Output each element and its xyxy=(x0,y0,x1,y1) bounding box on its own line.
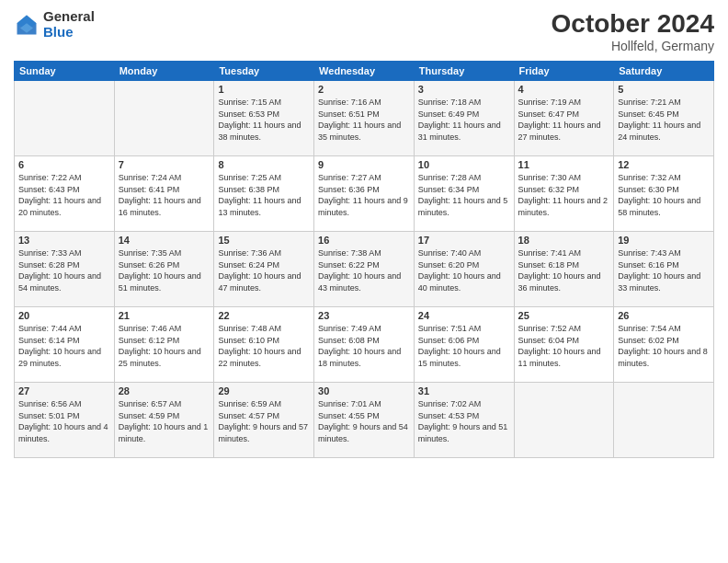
calendar-table: Sunday Monday Tuesday Wednesday Thursday… xyxy=(14,61,714,458)
day-detail: Sunrise: 7:19 AMSunset: 6:47 PMDaylight:… xyxy=(518,97,610,143)
calendar-cell xyxy=(614,383,714,458)
day-detail: Sunrise: 7:02 AMSunset: 4:53 PMDaylight:… xyxy=(418,398,510,444)
day-number: 2 xyxy=(318,84,410,95)
day-number: 6 xyxy=(18,159,110,170)
day-detail: Sunrise: 7:25 AMSunset: 6:38 PMDaylight:… xyxy=(218,172,310,218)
day-number: 27 xyxy=(18,385,110,396)
calendar-cell: 8 Sunrise: 7:25 AMSunset: 6:38 PMDayligh… xyxy=(214,156,314,232)
day-detail: Sunrise: 7:28 AMSunset: 6:34 PMDaylight:… xyxy=(418,172,510,218)
calendar-cell: 6 Sunrise: 7:22 AMSunset: 6:43 PMDayligh… xyxy=(15,156,115,232)
calendar-cell: 25 Sunrise: 7:52 AMSunset: 6:04 PMDaylig… xyxy=(514,307,614,383)
calendar-week-row: 6 Sunrise: 7:22 AMSunset: 6:43 PMDayligh… xyxy=(15,156,714,232)
day-number: 10 xyxy=(418,159,510,170)
day-number: 17 xyxy=(418,235,510,246)
calendar-cell: 31 Sunrise: 7:02 AMSunset: 4:53 PMDaylig… xyxy=(414,383,514,458)
calendar-week-row: 1 Sunrise: 7:15 AMSunset: 6:53 PMDayligh… xyxy=(15,81,714,156)
day-number: 12 xyxy=(618,159,710,170)
day-number: 1 xyxy=(218,84,310,95)
col-wednesday: Wednesday xyxy=(314,62,415,81)
day-number: 4 xyxy=(518,84,610,95)
day-detail: Sunrise: 7:52 AMSunset: 6:04 PMDaylight:… xyxy=(518,323,610,369)
day-number: 5 xyxy=(618,84,710,95)
day-number: 21 xyxy=(119,310,210,321)
calendar-cell: 17 Sunrise: 7:40 AMSunset: 6:20 PMDaylig… xyxy=(414,232,514,307)
day-number: 3 xyxy=(418,84,510,95)
day-number: 19 xyxy=(618,235,710,246)
calendar-week-row: 20 Sunrise: 7:44 AMSunset: 6:14 PMDaylig… xyxy=(15,307,714,383)
day-number: 15 xyxy=(218,235,310,246)
calendar-cell: 12 Sunrise: 7:32 AMSunset: 6:30 PMDaylig… xyxy=(614,156,714,232)
calendar-cell: 18 Sunrise: 7:41 AMSunset: 6:18 PMDaylig… xyxy=(514,232,614,307)
logo-text: General Blue xyxy=(43,9,95,40)
day-number: 25 xyxy=(518,310,610,321)
day-number: 8 xyxy=(218,159,310,170)
day-detail: Sunrise: 7:49 AMSunset: 6:08 PMDaylight:… xyxy=(318,323,410,369)
calendar-cell: 28 Sunrise: 6:57 AMSunset: 4:59 PMDaylig… xyxy=(114,383,214,458)
day-number: 28 xyxy=(119,385,210,396)
col-monday: Monday xyxy=(114,62,214,81)
day-detail: Sunrise: 7:16 AMSunset: 6:51 PMDaylight:… xyxy=(318,97,410,143)
location-title: Hollfeld, Germany xyxy=(552,39,714,53)
day-detail: Sunrise: 7:33 AMSunset: 6:28 PMDaylight:… xyxy=(18,247,110,293)
header: General Blue October 2024 Hollfeld, Germ… xyxy=(14,9,714,53)
day-number: 9 xyxy=(318,159,410,170)
calendar-cell: 7 Sunrise: 7:24 AMSunset: 6:41 PMDayligh… xyxy=(114,156,214,232)
day-number: 13 xyxy=(18,235,110,246)
day-number: 11 xyxy=(518,159,610,170)
calendar-week-row: 27 Sunrise: 6:56 AMSunset: 5:01 PMDaylig… xyxy=(15,383,714,458)
day-detail: Sunrise: 7:41 AMSunset: 6:18 PMDaylight:… xyxy=(518,247,610,293)
day-detail: Sunrise: 7:15 AMSunset: 6:53 PMDaylight:… xyxy=(218,97,310,143)
col-saturday: Saturday xyxy=(614,62,714,81)
calendar-cell: 15 Sunrise: 7:36 AMSunset: 6:24 PMDaylig… xyxy=(214,232,314,307)
day-detail: Sunrise: 7:36 AMSunset: 6:24 PMDaylight:… xyxy=(218,247,310,293)
day-detail: Sunrise: 7:38 AMSunset: 6:22 PMDaylight:… xyxy=(318,247,410,293)
calendar-cell: 30 Sunrise: 7:01 AMSunset: 4:55 PMDaylig… xyxy=(314,383,415,458)
calendar-cell: 23 Sunrise: 7:49 AMSunset: 6:08 PMDaylig… xyxy=(314,307,415,383)
day-detail: Sunrise: 7:40 AMSunset: 6:20 PMDaylight:… xyxy=(418,247,510,293)
day-detail: Sunrise: 7:48 AMSunset: 6:10 PMDaylight:… xyxy=(218,323,310,369)
day-detail: Sunrise: 7:22 AMSunset: 6:43 PMDaylight:… xyxy=(18,172,110,218)
col-thursday: Thursday xyxy=(414,62,514,81)
day-detail: Sunrise: 7:54 AMSunset: 6:02 PMDaylight:… xyxy=(618,323,710,369)
day-number: 18 xyxy=(518,235,610,246)
calendar-cell: 10 Sunrise: 7:28 AMSunset: 6:34 PMDaylig… xyxy=(414,156,514,232)
calendar-cell: 19 Sunrise: 7:43 AMSunset: 6:16 PMDaylig… xyxy=(614,232,714,307)
day-number: 29 xyxy=(218,385,310,396)
calendar-cell: 3 Sunrise: 7:18 AMSunset: 6:49 PMDayligh… xyxy=(414,81,514,156)
calendar-cell: 11 Sunrise: 7:30 AMSunset: 6:32 PMDaylig… xyxy=(514,156,614,232)
col-tuesday: Tuesday xyxy=(214,62,314,81)
day-detail: Sunrise: 7:46 AMSunset: 6:12 PMDaylight:… xyxy=(119,323,210,369)
day-detail: Sunrise: 7:44 AMSunset: 6:14 PMDaylight:… xyxy=(18,323,110,369)
day-detail: Sunrise: 7:18 AMSunset: 6:49 PMDaylight:… xyxy=(418,97,510,143)
day-number: 7 xyxy=(119,159,210,170)
day-number: 16 xyxy=(318,235,410,246)
logo: General Blue xyxy=(14,9,95,40)
calendar-cell xyxy=(15,81,115,156)
logo-icon xyxy=(14,12,40,38)
day-detail: Sunrise: 7:30 AMSunset: 6:32 PMDaylight:… xyxy=(518,172,610,218)
day-number: 30 xyxy=(318,385,410,396)
day-detail: Sunrise: 7:32 AMSunset: 6:30 PMDaylight:… xyxy=(618,172,710,218)
calendar-header-row: Sunday Monday Tuesday Wednesday Thursday… xyxy=(15,62,714,81)
logo-general: General xyxy=(43,9,95,25)
calendar-cell: 16 Sunrise: 7:38 AMSunset: 6:22 PMDaylig… xyxy=(314,232,415,307)
calendar-cell: 5 Sunrise: 7:21 AMSunset: 6:45 PMDayligh… xyxy=(614,81,714,156)
day-detail: Sunrise: 6:56 AMSunset: 5:01 PMDaylight:… xyxy=(18,398,110,444)
day-number: 14 xyxy=(119,235,210,246)
day-number: 31 xyxy=(418,385,510,396)
day-detail: Sunrise: 7:51 AMSunset: 6:06 PMDaylight:… xyxy=(418,323,510,369)
calendar-cell: 24 Sunrise: 7:51 AMSunset: 6:06 PMDaylig… xyxy=(414,307,514,383)
day-detail: Sunrise: 7:01 AMSunset: 4:55 PMDaylight:… xyxy=(318,398,410,444)
calendar-cell xyxy=(114,81,214,156)
day-number: 20 xyxy=(18,310,110,321)
day-detail: Sunrise: 7:24 AMSunset: 6:41 PMDaylight:… xyxy=(119,172,210,218)
calendar-cell: 20 Sunrise: 7:44 AMSunset: 6:14 PMDaylig… xyxy=(15,307,115,383)
calendar-cell: 2 Sunrise: 7:16 AMSunset: 6:51 PMDayligh… xyxy=(314,81,415,156)
calendar-cell: 29 Sunrise: 6:59 AMSunset: 4:57 PMDaylig… xyxy=(214,383,314,458)
calendar-week-row: 13 Sunrise: 7:33 AMSunset: 6:28 PMDaylig… xyxy=(15,232,714,307)
day-detail: Sunrise: 6:57 AMSunset: 4:59 PMDaylight:… xyxy=(119,398,210,444)
day-detail: Sunrise: 6:59 AMSunset: 4:57 PMDaylight:… xyxy=(218,398,310,444)
day-number: 24 xyxy=(418,310,510,321)
title-block: October 2024 Hollfeld, Germany xyxy=(552,9,714,53)
day-detail: Sunrise: 7:35 AMSunset: 6:26 PMDaylight:… xyxy=(119,247,210,293)
